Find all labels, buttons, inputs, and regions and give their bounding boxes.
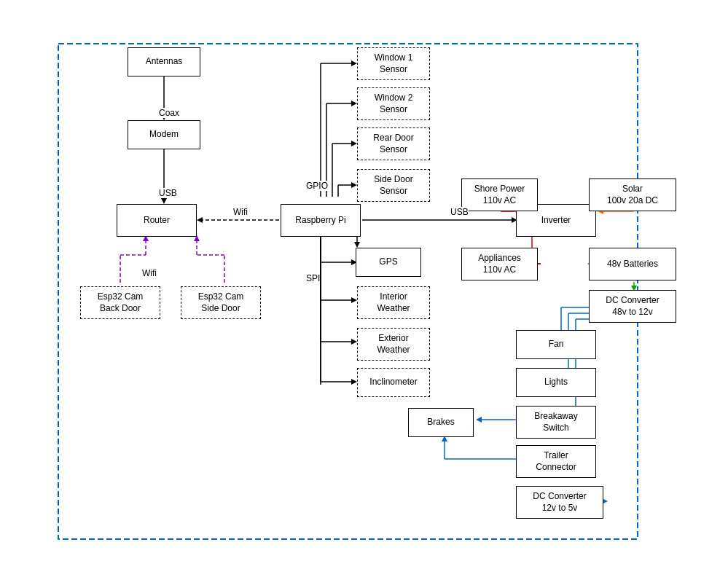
window1-box: Window 1Sensor xyxy=(357,47,430,80)
wifi2-label: Wifi xyxy=(142,268,157,278)
svg-marker-26 xyxy=(351,339,357,345)
spi-label: SPI xyxy=(306,273,320,283)
raspberry-box: Raspberry Pi xyxy=(281,204,361,237)
breakaway-box: BreakawaySwitch xyxy=(516,406,596,439)
svg-marker-5 xyxy=(197,217,203,223)
wifi1-label: Wifi xyxy=(233,207,248,217)
dcconv12-box: DC Converter12v to 5v xyxy=(516,486,603,519)
usb1-label: USB xyxy=(159,188,177,198)
shorepower-box: Shore Power110v AC xyxy=(461,178,538,211)
svg-marker-14 xyxy=(351,141,357,146)
esp32back-box: Esp32 CamBack Door xyxy=(80,286,160,319)
svg-marker-8 xyxy=(351,60,357,66)
inclinometer-box: Inclinometer xyxy=(357,368,430,397)
reardoor-box: Rear DoorSensor xyxy=(357,127,430,160)
interior-box: InteriorWeather xyxy=(357,286,430,319)
modem-box: Modem xyxy=(128,120,200,149)
coax-label: Coax xyxy=(159,108,179,118)
appliances-box: Appliances110v AC xyxy=(461,248,538,280)
svg-marker-32 xyxy=(354,242,360,248)
window2-box: Window 2Sensor xyxy=(357,87,430,120)
svg-marker-17 xyxy=(351,182,357,188)
sidedoor-box: Side DoorSensor xyxy=(357,169,430,202)
svg-marker-23 xyxy=(351,297,357,303)
batteries48-box: 48v Batteries xyxy=(589,248,676,280)
fan-box: Fan xyxy=(516,330,596,359)
usb2-label: USB xyxy=(450,207,469,217)
brakes-box: Brakes xyxy=(408,408,474,437)
svg-marker-3 xyxy=(161,198,167,204)
gps-box: GPS xyxy=(356,248,421,277)
svg-marker-29 xyxy=(351,379,357,385)
antennas-box: Antennas xyxy=(128,47,200,76)
dcconv48-box: DC Converter48v to 12v xyxy=(589,290,676,323)
svg-marker-11 xyxy=(351,101,357,106)
trailerconn-box: TrailerConnector xyxy=(516,445,596,478)
router-box: Router xyxy=(117,204,197,237)
solar-box: Solar100v 20a DC xyxy=(589,178,676,211)
esp32side-box: Esp32 CamSide Door xyxy=(181,286,261,319)
lights-box: Lights xyxy=(516,368,596,397)
gpio-label: GPIO xyxy=(306,181,328,191)
diagram: Antennas Modem Router Raspberry Pi GPS W… xyxy=(0,0,728,577)
svg-marker-64 xyxy=(476,417,482,423)
exterior-box: ExteriorWeather xyxy=(357,328,430,361)
